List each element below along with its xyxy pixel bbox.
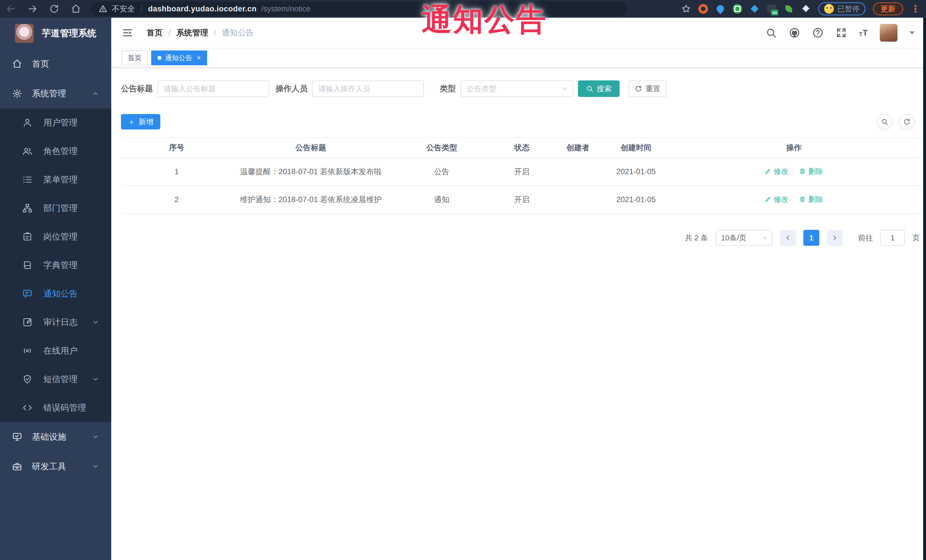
sidebar-item-dept-mgmt[interactable]: 部门管理 bbox=[0, 194, 111, 222]
prev-page-button[interactable] bbox=[780, 230, 796, 246]
chevron-down-icon bbox=[92, 433, 99, 441]
cell-type: 通知 bbox=[389, 186, 494, 214]
sidebar-item-dict-mgmt[interactable]: 字典管理 bbox=[0, 251, 111, 279]
update-button[interactable]: 更新 bbox=[873, 2, 903, 15]
chevron-right-icon bbox=[832, 235, 838, 241]
title-label: 公告标题 bbox=[121, 83, 153, 94]
message-bubble-icon bbox=[22, 288, 33, 299]
table-header-row: 序号 公告标题 公告类型 状态 创建者 创建时间 操作 bbox=[121, 138, 922, 158]
forward-icon[interactable] bbox=[27, 4, 38, 14]
sidebar-item-notice[interactable]: 通知公告 bbox=[0, 279, 111, 308]
next-page-button[interactable] bbox=[827, 230, 843, 246]
book-icon bbox=[22, 260, 33, 270]
type-select-placeholder: 公告类型 bbox=[467, 84, 496, 94]
toolbox-icon bbox=[12, 461, 22, 472]
search-button[interactable]: 搜索 bbox=[578, 80, 620, 97]
chevron-left-icon bbox=[785, 235, 791, 241]
toggle-search-button[interactable] bbox=[877, 114, 892, 130]
overlay-annotation-title: 通知公告 bbox=[422, 0, 547, 40]
sidebar-item-role-mgmt[interactable]: 角色管理 bbox=[0, 137, 111, 165]
delete-link[interactable]: 删除 bbox=[799, 195, 823, 204]
page-size-select[interactable]: 10条/页 bbox=[716, 230, 773, 246]
col-index: 序号 bbox=[121, 138, 232, 158]
online-users-icon bbox=[22, 346, 33, 356]
search-icon bbox=[586, 85, 593, 92]
type-select[interactable]: 公告类型 bbox=[460, 80, 573, 97]
edit-link[interactable]: 修改 bbox=[764, 195, 788, 204]
tab-notice[interactable]: 通知公告 × bbox=[151, 50, 207, 65]
sidebar-item-menu-mgmt[interactable]: 菜单管理 bbox=[0, 165, 111, 194]
back-icon[interactable] bbox=[6, 4, 16, 14]
tab-home[interactable]: 首页 bbox=[121, 50, 148, 65]
sidebar-item-dev-tools[interactable]: 研发工具 bbox=[0, 452, 111, 481]
operator-label: 操作人员 bbox=[275, 83, 307, 94]
add-button[interactable]: ＋ 新增 bbox=[121, 114, 160, 130]
extensions-puzzle-icon[interactable] bbox=[801, 4, 811, 14]
goto-page-input[interactable] bbox=[881, 230, 905, 246]
avatar-caret-icon[interactable] bbox=[909, 32, 915, 35]
edit-link[interactable]: 修改 bbox=[764, 166, 788, 177]
table-row: 1 温馨提醒：2018-07-01 若依新版本发布啦 公告 开启 2021-01… bbox=[121, 158, 922, 186]
sidebar-item-label: 通知公告 bbox=[43, 288, 77, 300]
header-actions: TT bbox=[766, 24, 915, 42]
delete-link[interactable]: 删除 bbox=[799, 166, 823, 177]
filter-form: 公告标题 操作人员 类型 公告类型 bbox=[121, 80, 922, 97]
sidebar-item-user-mgmt[interactable]: 用户管理 bbox=[0, 108, 111, 137]
cell-status: 开启 bbox=[494, 158, 550, 186]
browser-menu-icon[interactable]: ⋮ bbox=[911, 4, 920, 14]
sidebar-item-online-users[interactable]: 在线用户 bbox=[0, 337, 111, 365]
chevron-down-icon bbox=[92, 376, 99, 383]
sidebar-item-infrastructure[interactable]: 基础设施 bbox=[0, 422, 111, 452]
sidebar-item-sms-mgmt[interactable]: 短信管理 bbox=[0, 365, 111, 394]
reload-icon[interactable] bbox=[49, 4, 59, 14]
refresh-icon bbox=[635, 85, 642, 92]
user-icon bbox=[22, 118, 33, 128]
cell-actions: 修改 删除 bbox=[666, 158, 922, 186]
sidebar: 芋道管理系统 首页 系统管理 用户管理 角色管理 bbox=[0, 18, 111, 560]
home-icon[interactable] bbox=[71, 4, 81, 14]
sidebar-logo-row[interactable]: 芋道管理系统 bbox=[0, 18, 111, 49]
sidebar-item-system[interactable]: 系统管理 bbox=[0, 79, 111, 108]
extension-on-icon[interactable]: on bbox=[767, 4, 776, 14]
close-icon[interactable]: × bbox=[197, 54, 201, 61]
help-icon[interactable] bbox=[812, 27, 823, 38]
page-number-current[interactable]: 1 bbox=[803, 230, 819, 246]
sidebar-item-errorcode-mgmt[interactable]: 错误码管理 bbox=[0, 394, 111, 422]
search-button-label: 搜索 bbox=[597, 84, 611, 94]
filter-title-group: 公告标题 bbox=[121, 80, 269, 97]
extension-diamond-icon[interactable] bbox=[750, 4, 760, 14]
sidebar-item-post-mgmt[interactable]: 岗位管理 bbox=[0, 222, 111, 251]
extension-green-icon[interactable] bbox=[732, 4, 742, 14]
tab-label: 首页 bbox=[128, 53, 142, 62]
cell-type: 公告 bbox=[389, 158, 494, 186]
app-title: 芋道管理系统 bbox=[42, 27, 97, 40]
font-size-icon[interactable]: TT bbox=[859, 29, 868, 37]
sidebar-item-label: 错误码管理 bbox=[43, 402, 86, 414]
operator-input[interactable] bbox=[312, 80, 424, 97]
title-input[interactable] bbox=[157, 80, 269, 97]
extension-ring-icon[interactable] bbox=[698, 4, 708, 14]
app-logo bbox=[15, 24, 34, 43]
refresh-table-button[interactable] bbox=[899, 114, 915, 130]
reset-button[interactable]: 重置 bbox=[629, 80, 666, 97]
trash-icon bbox=[799, 196, 806, 203]
cell-creator bbox=[549, 158, 606, 186]
collapse-sidebar-icon[interactable] bbox=[121, 27, 133, 39]
address-divider bbox=[141, 5, 142, 13]
breadcrumb-system[interactable]: 系统管理 bbox=[176, 27, 208, 38]
github-icon[interactable] bbox=[789, 27, 800, 38]
pagination-total: 共 2 条 bbox=[685, 233, 708, 243]
breadcrumb-home[interactable]: 首页 bbox=[147, 27, 163, 38]
bookmark-star-icon[interactable] bbox=[681, 4, 691, 14]
paused-badge[interactable]: 已暂停 bbox=[818, 2, 865, 15]
search-icon[interactable] bbox=[766, 27, 777, 38]
sidebar-item-audit-log[interactable]: 审计日志 bbox=[0, 308, 111, 337]
avatar[interactable] bbox=[880, 24, 897, 42]
reset-button-label: 重置 bbox=[646, 84, 660, 94]
extension-pin-icon[interactable] bbox=[716, 4, 725, 14]
sidebar-item-home[interactable]: 首页 bbox=[0, 49, 111, 79]
fullscreen-icon[interactable] bbox=[835, 27, 847, 38]
cell-title: 温馨提醒：2018-07-01 若依新版本发布啦 bbox=[232, 158, 389, 186]
window-scrollbar-edge[interactable] bbox=[923, 18, 926, 560]
extension-leaf-icon[interactable] bbox=[784, 4, 794, 14]
